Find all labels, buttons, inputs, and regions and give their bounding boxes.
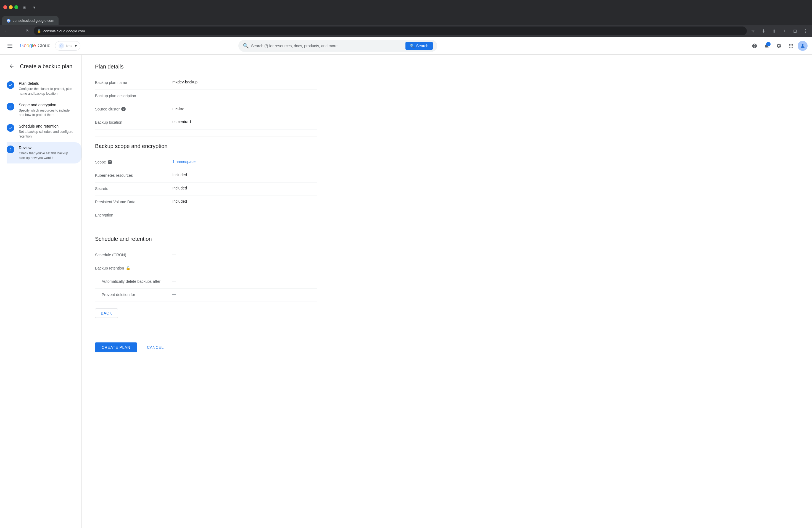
svg-point-1: [8, 20, 9, 21]
cancel-btn[interactable]: CANCEL: [140, 342, 170, 352]
hamburger-menu-btn[interactable]: [4, 40, 15, 52]
step-3-content: Schedule and retention Set a backup sche…: [19, 124, 75, 139]
secrets-label: Secrets: [95, 186, 172, 191]
project-dropdown-icon: ▾: [75, 44, 77, 48]
step-list: Plan details Configure the cluster to pr…: [0, 78, 82, 163]
close-button[interactable]: [3, 5, 7, 9]
source-cluster-help-icon[interactable]: ?: [121, 107, 126, 111]
backup-plan-desc-label: Backup plan description: [95, 93, 172, 98]
nav-actions: 2: [749, 40, 808, 52]
download-btn[interactable]: ⬇: [759, 27, 768, 35]
step-4-indicator: 4: [6, 146, 14, 153]
encryption-row: Encryption —: [95, 209, 317, 222]
notifications-btn[interactable]: 2: [761, 40, 772, 52]
scope-row: Scope ? 1 namespace: [95, 156, 317, 169]
backup-plan-desc-row: Backup plan description: [95, 90, 317, 103]
auto-delete-label: Automatically delete backups after: [95, 279, 172, 283]
encryption-label: Encryption: [95, 212, 172, 217]
project-icon: ⬡: [59, 43, 64, 48]
page-title: Create a backup plan: [20, 63, 72, 70]
google-cloud-logo[interactable]: Google Cloud: [20, 43, 50, 48]
schedule-cron-label: Schedule (CRON): [95, 252, 172, 257]
browser-tab[interactable]: console.cloud.google.com: [2, 16, 59, 25]
scope-value[interactable]: 1 namespace: [172, 159, 317, 164]
nav-forward-btn[interactable]: →: [13, 27, 21, 35]
auto-delete-row: Automatically delete backups after —: [95, 275, 317, 289]
address-bar[interactable]: 🔒 console.cloud.google.com: [34, 27, 747, 35]
bookmark-btn[interactable]: ☆: [749, 27, 757, 35]
search-icon: 🔍: [243, 43, 249, 49]
app-container: Google Cloud ⬡ test ▾ 🔍 Search (/) for r…: [0, 37, 812, 528]
backup-location-row: Backup location us-central1: [95, 116, 317, 130]
backup-plan-name-label: Backup plan name: [95, 80, 172, 85]
step-3-indicator: [6, 124, 14, 132]
scope-label: Scope ?: [95, 159, 172, 164]
step-3-title: Schedule and retention: [19, 124, 75, 128]
browser-chrome: ⊞ ▾: [0, 0, 812, 14]
step-4-desc: Check that you've set this backup plan u…: [19, 151, 75, 160]
retention-lock-icon: 🔒: [126, 266, 130, 270]
search-input-container[interactable]: 🔍 Search (/) for resources, docs, produc…: [238, 40, 437, 52]
schedule-section-title: Schedule and retention: [95, 236, 317, 242]
main-content: Plan details Backup plan name mkdev-back…: [82, 55, 812, 528]
share-btn[interactable]: ⬆: [769, 27, 778, 35]
user-avatar-btn[interactable]: [798, 41, 808, 51]
backup-plan-name-value: mkdev-backup: [172, 80, 317, 84]
schedule-cron-row: Schedule (CRON) —: [95, 249, 317, 262]
settings-btn[interactable]: [773, 40, 784, 52]
tab-title: console.cloud.google.com: [13, 18, 54, 23]
apps-btn[interactable]: [785, 40, 797, 52]
persistent-volume-row: Persistent Volume Data Included: [95, 196, 317, 209]
profile-btn[interactable]: ⊡: [791, 27, 799, 35]
source-cluster-label: Source cluster ?: [95, 106, 172, 111]
traffic-lights: [3, 5, 18, 9]
back-action-btn[interactable]: BACK: [95, 308, 118, 318]
nav-back-btn[interactable]: ←: [2, 27, 11, 35]
minimize-button[interactable]: [9, 5, 13, 9]
maximize-button[interactable]: [14, 5, 18, 9]
content-inner: Plan details Backup plan name mkdev-back…: [82, 55, 330, 366]
step-review[interactable]: 4 Review Check that you've set this back…: [6, 142, 82, 164]
nav-refresh-btn[interactable]: ↻: [23, 27, 32, 35]
source-cluster-value: mkdev: [172, 106, 317, 111]
plan-details-section-title: Plan details: [95, 63, 317, 70]
url-text: console.cloud.google.com: [43, 29, 85, 33]
prevent-deletion-value: —: [172, 292, 317, 296]
notification-badge: 2: [766, 42, 771, 46]
step-2-title: Scope and encryption: [19, 103, 75, 107]
sidebar-toggle-btn[interactable]: ⊞: [20, 3, 28, 11]
backup-retention-row: Backup retention 🔒: [95, 262, 317, 275]
search-placeholder-text: Search (/) for resources, docs, products…: [251, 44, 403, 48]
step-4-content: Review Check that you've set this backup…: [19, 146, 75, 160]
back-navigation-btn[interactable]: [6, 61, 17, 71]
tab-favicon: [6, 19, 11, 23]
step-plan-details[interactable]: Plan details Configure the cluster to pr…: [6, 78, 82, 99]
backup-retention-label: Backup retention 🔒: [95, 265, 172, 270]
create-plan-btn[interactable]: CREATE PLAN: [95, 342, 137, 352]
step-scope-encryption[interactable]: Scope and encryption Specify which resou…: [6, 99, 82, 121]
divider-1: [95, 136, 317, 136]
kubernetes-resources-value: Included: [172, 173, 317, 177]
encryption-value: —: [172, 212, 317, 217]
action-button-row: CREATE PLAN CANCEL: [95, 336, 317, 357]
step-schedule-retention[interactable]: Schedule and retention Set a backup sche…: [6, 121, 82, 142]
address-bar-row: ← → ↻ 🔒 console.cloud.google.com ☆ ⬇ ⬆ +…: [0, 25, 812, 37]
step-2-desc: Specify which resources to include and h…: [19, 108, 75, 118]
step-4-title: Review: [19, 146, 75, 150]
google-logo-text: Google: [20, 43, 36, 48]
divider-3: [95, 329, 317, 329]
search-icon-btn: 🔍: [410, 44, 415, 48]
browser-menu-btn[interactable]: ⋮: [801, 27, 810, 35]
project-selector[interactable]: ⬡ test ▾: [55, 41, 81, 50]
scope-help-icon[interactable]: ?: [108, 160, 112, 164]
help-btn[interactable]: [749, 40, 760, 52]
backup-location-label: Backup location: [95, 120, 172, 124]
kubernetes-resources-row: Kubernetes resources Included: [95, 169, 317, 182]
new-tab-btn[interactable]: +: [780, 27, 789, 35]
prevent-deletion-row: Prevent deletion for —: [95, 289, 317, 302]
persistent-volume-value: Included: [172, 199, 317, 204]
extensions-btn[interactable]: ▾: [30, 3, 38, 11]
search-button[interactable]: 🔍 Search: [405, 42, 433, 50]
backup-scope-section-title: Backup scope and encryption: [95, 143, 317, 149]
source-cluster-row: Source cluster ? mkdev: [95, 103, 317, 116]
